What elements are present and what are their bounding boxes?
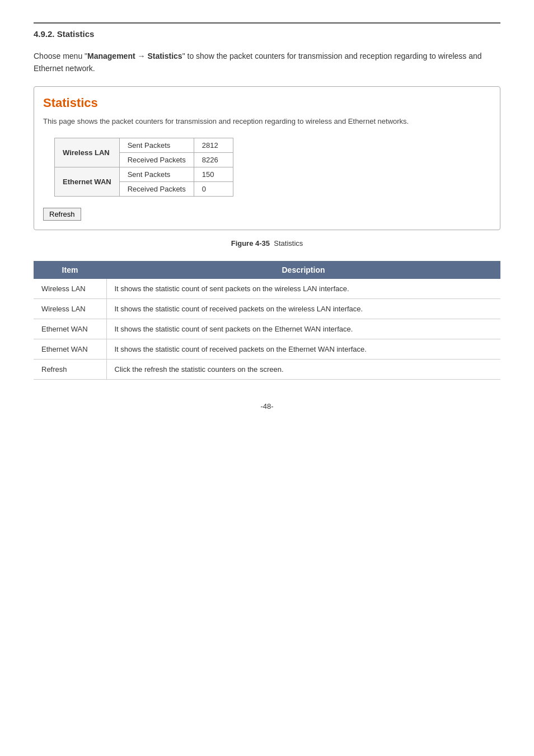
stats-widget-description: This page shows the packet counters for … <box>43 116 491 127</box>
col-header-item: Item <box>34 261 106 279</box>
desc-description-cell: It shows the statistic count of sent pac… <box>106 279 500 299</box>
menu-bold: Management → Statistics <box>87 52 182 60</box>
col-header-description: Description <box>106 261 500 279</box>
desc-item-cell: Wireless LAN <box>34 299 106 319</box>
wireless-received-label: Received Packets <box>119 153 194 167</box>
desc-description-cell: It shows the statistic count of received… <box>106 339 500 360</box>
desc-description-cell: Click the refresh the statistic counters… <box>106 360 500 380</box>
table-row: Wireless LAN Sent Packets 2812 <box>55 138 233 153</box>
table-row: Ethernet WANIt shows the statistic count… <box>34 319 500 339</box>
table-row: RefreshClick the refresh the statistic c… <box>34 360 500 380</box>
section-heading: 4.9.2. Statistics <box>34 22 500 43</box>
intro-text: Choose menu "Management → Statistics" to… <box>34 50 500 75</box>
stats-table: Wireless LAN Sent Packets 2812 Received … <box>54 138 233 197</box>
table-header-row: Item Description <box>34 261 500 279</box>
desc-item-cell: Ethernet WAN <box>34 319 106 339</box>
wireless-sent-label: Sent Packets <box>119 138 194 153</box>
ethernet-received-label: Received Packets <box>119 182 194 197</box>
desc-description-cell: It shows the statistic count of received… <box>106 299 500 319</box>
ethernet-wan-label: Ethernet WAN <box>55 167 120 197</box>
wireless-received-value: 8226 <box>194 153 233 167</box>
figure-title: Statistics <box>274 239 303 248</box>
desc-item-cell: Ethernet WAN <box>34 339 106 360</box>
figure-label: Figure 4-35 <box>231 239 270 248</box>
wireless-lan-label: Wireless LAN <box>55 138 120 167</box>
desc-description-cell: It shows the statistic count of sent pac… <box>106 319 500 339</box>
wireless-sent-value: 2812 <box>194 138 233 153</box>
table-row: Ethernet WANIt shows the statistic count… <box>34 339 500 360</box>
desc-item-cell: Refresh <box>34 360 106 380</box>
description-table: Item Description Wireless LANIt shows th… <box>34 261 500 380</box>
statistics-widget: Statistics This page shows the packet co… <box>34 86 500 231</box>
table-row: Ethernet WAN Sent Packets 150 <box>55 167 233 182</box>
ethernet-sent-value: 150 <box>194 167 233 182</box>
desc-item-cell: Wireless LAN <box>34 279 106 299</box>
table-row: Wireless LANIt shows the statistic count… <box>34 299 500 319</box>
ethernet-received-value: 0 <box>194 182 233 197</box>
refresh-button[interactable]: Refresh <box>43 208 81 221</box>
stats-widget-title: Statistics <box>43 96 491 110</box>
table-row: Wireless LANIt shows the statistic count… <box>34 279 500 299</box>
ethernet-sent-label: Sent Packets <box>119 167 194 182</box>
figure-caption: Figure 4-35 Statistics <box>34 239 500 248</box>
page-number: -48- <box>34 402 500 410</box>
